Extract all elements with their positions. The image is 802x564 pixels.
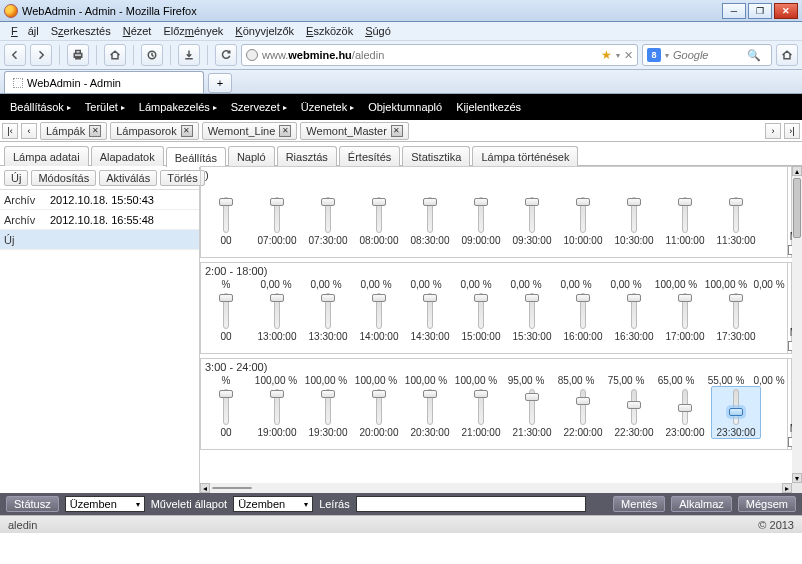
close-icon[interactable]: ✕ <box>391 125 403 137</box>
workspace-tab[interactable]: Lámpasorok✕ <box>110 122 199 140</box>
slider-slot[interactable]: 10:30:00 <box>609 195 659 246</box>
scroll-thumb[interactable] <box>793 178 801 238</box>
search-bar[interactable]: 8 ▾ 🔍 <box>642 44 772 66</box>
slider-track[interactable] <box>682 293 688 329</box>
reload-button[interactable] <box>215 44 237 66</box>
slider-slot[interactable]: 11:30:00 <box>711 195 761 246</box>
slider-slot[interactable]: 21:00:00 <box>456 387 506 439</box>
slider-track[interactable] <box>274 197 280 233</box>
slider-thumb[interactable] <box>270 390 284 398</box>
search-engine-icon[interactable]: 8 <box>647 48 661 62</box>
subtab[interactable]: Értesítés <box>339 146 400 166</box>
slider-track[interactable] <box>478 293 484 329</box>
slider-thumb[interactable] <box>270 294 284 302</box>
workspace-tab[interactable]: Lámpák✕ <box>40 122 107 140</box>
window-close-button[interactable]: ✕ <box>774 3 798 19</box>
desc-input[interactable] <box>356 496 586 512</box>
slider-track[interactable] <box>580 389 586 425</box>
slider-slot[interactable]: 13:00:00 <box>252 291 302 342</box>
sidebar-row[interactable]: Archív2012.10.18. 15:50:43 <box>0 190 199 210</box>
scroll-down-icon[interactable]: ▾ <box>792 473 802 483</box>
slider-slot[interactable]: 14:30:00 <box>405 291 455 342</box>
slider-slot[interactable]: 09:30:00 <box>507 195 557 246</box>
subtab[interactable]: Beállítás <box>166 147 226 167</box>
slider-thumb[interactable] <box>372 198 386 206</box>
window-maximize-button[interactable]: ❐ <box>748 3 772 19</box>
slider-track[interactable] <box>529 197 535 233</box>
slider-track[interactable] <box>631 389 637 425</box>
slider-thumb[interactable] <box>321 198 335 206</box>
slider-slot[interactable]: 19:30:00 <box>303 387 353 439</box>
slider-slot[interactable]: 09:00:00 <box>456 195 506 246</box>
slider-track[interactable] <box>580 293 586 329</box>
search-input[interactable] <box>673 49 743 61</box>
horizontal-scrollbar[interactable]: ◂ ▸ <box>200 483 792 493</box>
slider-thumb[interactable] <box>321 390 335 398</box>
slider-thumb[interactable] <box>678 404 692 412</box>
op-state-combo[interactable]: Üzemben▾ <box>233 496 313 512</box>
slider-thumb[interactable] <box>423 198 437 206</box>
slider-slot[interactable]: 23:30:00 <box>711 386 761 439</box>
topnav-item[interactable]: Üzenetek▸ <box>301 101 354 113</box>
topnav-item[interactable]: Kijelentkezés <box>456 101 521 113</box>
slider-track[interactable] <box>631 293 637 329</box>
url-bar[interactable]: www.webmine.hu/aledin ★ ▾ ✕ <box>241 44 638 66</box>
sidebar-action-button[interactable]: Módosítás <box>31 170 96 186</box>
window-minimize-button[interactable]: ─ <box>722 3 746 19</box>
slider-thumb[interactable] <box>525 198 539 206</box>
tab-scroll-last[interactable]: ›| <box>784 123 800 139</box>
slider-slot[interactable]: 22:00:00 <box>558 387 608 439</box>
slider-thumb[interactable] <box>678 198 692 206</box>
slider-slot[interactable]: 15:00:00 <box>456 291 506 342</box>
subtab[interactable]: Riasztás <box>277 146 337 166</box>
tab-scroll-prev[interactable]: ‹ <box>21 123 37 139</box>
slider-track[interactable] <box>478 197 484 233</box>
slider-track[interactable] <box>325 293 331 329</box>
slider-slot[interactable]: 00 <box>201 387 251 439</box>
dropdown-icon[interactable]: ▾ <box>616 51 620 60</box>
slider-track[interactable] <box>580 197 586 233</box>
slider-track[interactable] <box>478 389 484 425</box>
subtab[interactable]: Napló <box>228 146 275 166</box>
slider-thumb[interactable] <box>270 198 284 206</box>
close-icon[interactable]: ✕ <box>181 125 193 137</box>
topnav-item[interactable]: Objektumnapló <box>368 101 442 113</box>
slider-slot[interactable]: 21:30:00 <box>507 387 557 439</box>
topnav-item[interactable]: Lámpakezelés▸ <box>139 101 217 113</box>
apply-button[interactable]: Alkalmaz <box>671 496 732 512</box>
topnav-item[interactable]: Beállítások▸ <box>10 101 71 113</box>
sidebar-action-button[interactable]: Aktiválás <box>99 170 157 186</box>
slider-track[interactable] <box>733 293 739 329</box>
nav-back-button[interactable] <box>4 44 26 66</box>
slider-track[interactable] <box>529 293 535 329</box>
downloads-button[interactable] <box>178 44 200 66</box>
slider-thumb[interactable] <box>576 198 590 206</box>
slider-thumb[interactable] <box>219 294 233 302</box>
sidebar-row[interactable]: Új <box>0 230 199 250</box>
scroll-left-icon[interactable]: ◂ <box>200 483 210 493</box>
subtab[interactable]: Lámpa adatai <box>4 146 89 166</box>
sidebar-row[interactable]: Archív2012.10.18. 16:55:48 <box>0 210 199 230</box>
slider-slot[interactable]: 23:00:00 <box>660 387 710 439</box>
slider-track[interactable] <box>223 197 229 233</box>
scroll-right-icon[interactable]: ▸ <box>782 483 792 493</box>
slider-track[interactable] <box>733 197 739 233</box>
slider-slot[interactable]: 08:00:00 <box>354 195 404 246</box>
history-button[interactable] <box>141 44 163 66</box>
home-button[interactable] <box>104 44 126 66</box>
slider-thumb[interactable] <box>627 294 641 302</box>
menu-item[interactable]: Súgó <box>360 25 396 37</box>
slider-track[interactable] <box>427 197 433 233</box>
menu-item[interactable]: Nézet <box>118 25 157 37</box>
sidebar-action-button[interactable]: Törlés <box>160 170 205 186</box>
home-button-2[interactable] <box>776 44 798 66</box>
slider-thumb[interactable] <box>474 294 488 302</box>
slider-track[interactable] <box>376 197 382 233</box>
slider-thumb[interactable] <box>372 390 386 398</box>
new-tab-button[interactable]: + <box>208 73 232 93</box>
slider-track[interactable] <box>274 293 280 329</box>
subtab[interactable]: Lámpa történések <box>472 146 578 166</box>
slider-thumb[interactable] <box>627 401 641 409</box>
slider-slot[interactable]: 13:30:00 <box>303 291 353 342</box>
slider-slot[interactable]: 08:30:00 <box>405 195 455 246</box>
